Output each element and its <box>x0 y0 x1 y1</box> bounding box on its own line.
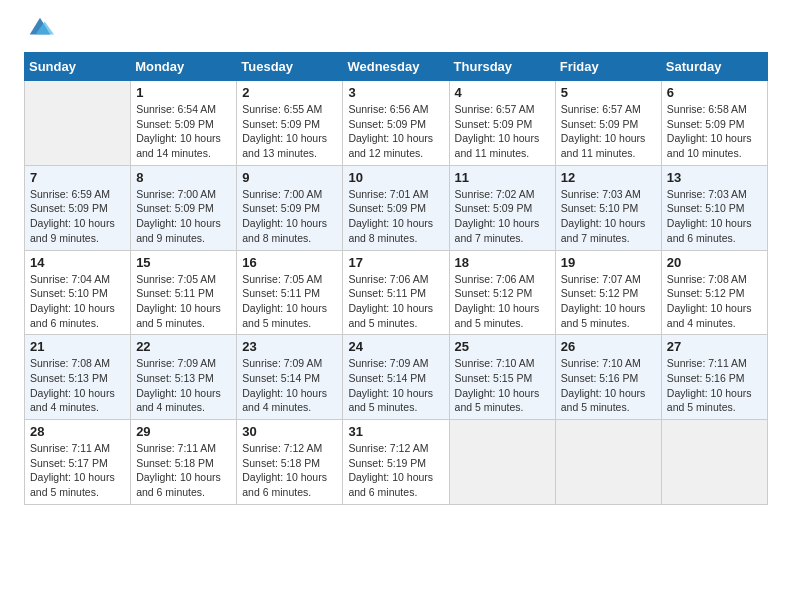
calendar-cell <box>449 420 555 505</box>
calendar-cell: 3Sunrise: 6:56 AM Sunset: 5:09 PM Daylig… <box>343 81 449 166</box>
day-info: Sunrise: 7:08 AM Sunset: 5:12 PM Dayligh… <box>667 272 762 331</box>
day-number: 8 <box>136 170 231 185</box>
day-info: Sunrise: 7:12 AM Sunset: 5:19 PM Dayligh… <box>348 441 443 500</box>
calendar-cell: 26Sunrise: 7:10 AM Sunset: 5:16 PM Dayli… <box>555 335 661 420</box>
calendar-week-row: 14Sunrise: 7:04 AM Sunset: 5:10 PM Dayli… <box>25 250 768 335</box>
day-info: Sunrise: 6:57 AM Sunset: 5:09 PM Dayligh… <box>455 102 550 161</box>
day-info: Sunrise: 6:54 AM Sunset: 5:09 PM Dayligh… <box>136 102 231 161</box>
calendar-cell: 17Sunrise: 7:06 AM Sunset: 5:11 PM Dayli… <box>343 250 449 335</box>
day-number: 7 <box>30 170 125 185</box>
day-info: Sunrise: 7:12 AM Sunset: 5:18 PM Dayligh… <box>242 441 337 500</box>
day-number: 3 <box>348 85 443 100</box>
calendar-cell: 13Sunrise: 7:03 AM Sunset: 5:10 PM Dayli… <box>661 165 767 250</box>
day-info: Sunrise: 7:03 AM Sunset: 5:10 PM Dayligh… <box>667 187 762 246</box>
calendar-cell <box>555 420 661 505</box>
calendar-cell: 5Sunrise: 6:57 AM Sunset: 5:09 PM Daylig… <box>555 81 661 166</box>
day-number: 25 <box>455 339 550 354</box>
calendar-cell: 21Sunrise: 7:08 AM Sunset: 5:13 PM Dayli… <box>25 335 131 420</box>
day-info: Sunrise: 7:05 AM Sunset: 5:11 PM Dayligh… <box>242 272 337 331</box>
calendar-cell: 22Sunrise: 7:09 AM Sunset: 5:13 PM Dayli… <box>131 335 237 420</box>
calendar-cell: 27Sunrise: 7:11 AM Sunset: 5:16 PM Dayli… <box>661 335 767 420</box>
calendar-cell: 2Sunrise: 6:55 AM Sunset: 5:09 PM Daylig… <box>237 81 343 166</box>
day-number: 9 <box>242 170 337 185</box>
day-number: 31 <box>348 424 443 439</box>
day-number: 2 <box>242 85 337 100</box>
day-number: 4 <box>455 85 550 100</box>
calendar-cell: 23Sunrise: 7:09 AM Sunset: 5:14 PM Dayli… <box>237 335 343 420</box>
calendar-cell: 15Sunrise: 7:05 AM Sunset: 5:11 PM Dayli… <box>131 250 237 335</box>
calendar-cell: 29Sunrise: 7:11 AM Sunset: 5:18 PM Dayli… <box>131 420 237 505</box>
calendar-cell <box>25 81 131 166</box>
header-tuesday: Tuesday <box>237 53 343 81</box>
calendar-cell: 14Sunrise: 7:04 AM Sunset: 5:10 PM Dayli… <box>25 250 131 335</box>
day-info: Sunrise: 7:07 AM Sunset: 5:12 PM Dayligh… <box>561 272 656 331</box>
day-number: 13 <box>667 170 762 185</box>
calendar-cell: 31Sunrise: 7:12 AM Sunset: 5:19 PM Dayli… <box>343 420 449 505</box>
calendar-cell: 30Sunrise: 7:12 AM Sunset: 5:18 PM Dayli… <box>237 420 343 505</box>
header-thursday: Thursday <box>449 53 555 81</box>
calendar-cell: 19Sunrise: 7:07 AM Sunset: 5:12 PM Dayli… <box>555 250 661 335</box>
calendar-week-row: 21Sunrise: 7:08 AM Sunset: 5:13 PM Dayli… <box>25 335 768 420</box>
header-saturday: Saturday <box>661 53 767 81</box>
calendar-cell: 16Sunrise: 7:05 AM Sunset: 5:11 PM Dayli… <box>237 250 343 335</box>
day-number: 21 <box>30 339 125 354</box>
day-info: Sunrise: 7:09 AM Sunset: 5:14 PM Dayligh… <box>348 356 443 415</box>
day-number: 17 <box>348 255 443 270</box>
day-number: 14 <box>30 255 125 270</box>
day-info: Sunrise: 6:56 AM Sunset: 5:09 PM Dayligh… <box>348 102 443 161</box>
day-info: Sunrise: 7:11 AM Sunset: 5:16 PM Dayligh… <box>667 356 762 415</box>
day-number: 5 <box>561 85 656 100</box>
day-info: Sunrise: 7:10 AM Sunset: 5:15 PM Dayligh… <box>455 356 550 415</box>
day-info: Sunrise: 6:59 AM Sunset: 5:09 PM Dayligh… <box>30 187 125 246</box>
day-info: Sunrise: 7:00 AM Sunset: 5:09 PM Dayligh… <box>242 187 337 246</box>
header-wednesday: Wednesday <box>343 53 449 81</box>
day-number: 28 <box>30 424 125 439</box>
calendar-cell: 28Sunrise: 7:11 AM Sunset: 5:17 PM Dayli… <box>25 420 131 505</box>
day-info: Sunrise: 7:06 AM Sunset: 5:12 PM Dayligh… <box>455 272 550 331</box>
calendar-cell: 18Sunrise: 7:06 AM Sunset: 5:12 PM Dayli… <box>449 250 555 335</box>
calendar-cell: 6Sunrise: 6:58 AM Sunset: 5:09 PM Daylig… <box>661 81 767 166</box>
day-number: 20 <box>667 255 762 270</box>
calendar-cell: 10Sunrise: 7:01 AM Sunset: 5:09 PM Dayli… <box>343 165 449 250</box>
calendar-week-row: 1Sunrise: 6:54 AM Sunset: 5:09 PM Daylig… <box>25 81 768 166</box>
day-info: Sunrise: 7:08 AM Sunset: 5:13 PM Dayligh… <box>30 356 125 415</box>
day-info: Sunrise: 7:09 AM Sunset: 5:13 PM Dayligh… <box>136 356 231 415</box>
calendar-cell: 11Sunrise: 7:02 AM Sunset: 5:09 PM Dayli… <box>449 165 555 250</box>
calendar-week-row: 7Sunrise: 6:59 AM Sunset: 5:09 PM Daylig… <box>25 165 768 250</box>
calendar-header-row: SundayMondayTuesdayWednesdayThursdayFrid… <box>25 53 768 81</box>
calendar-cell: 9Sunrise: 7:00 AM Sunset: 5:09 PM Daylig… <box>237 165 343 250</box>
day-number: 18 <box>455 255 550 270</box>
calendar-week-row: 28Sunrise: 7:11 AM Sunset: 5:17 PM Dayli… <box>25 420 768 505</box>
day-info: Sunrise: 7:10 AM Sunset: 5:16 PM Dayligh… <box>561 356 656 415</box>
day-info: Sunrise: 7:04 AM Sunset: 5:10 PM Dayligh… <box>30 272 125 331</box>
day-number: 29 <box>136 424 231 439</box>
calendar-table: SundayMondayTuesdayWednesdayThursdayFrid… <box>24 52 768 505</box>
day-info: Sunrise: 7:03 AM Sunset: 5:10 PM Dayligh… <box>561 187 656 246</box>
calendar-cell: 7Sunrise: 6:59 AM Sunset: 5:09 PM Daylig… <box>25 165 131 250</box>
calendar-cell: 8Sunrise: 7:00 AM Sunset: 5:09 PM Daylig… <box>131 165 237 250</box>
day-info: Sunrise: 6:57 AM Sunset: 5:09 PM Dayligh… <box>561 102 656 161</box>
day-number: 30 <box>242 424 337 439</box>
calendar-cell: 25Sunrise: 7:10 AM Sunset: 5:15 PM Dayli… <box>449 335 555 420</box>
calendar-cell: 12Sunrise: 7:03 AM Sunset: 5:10 PM Dayli… <box>555 165 661 250</box>
calendar-cell: 4Sunrise: 6:57 AM Sunset: 5:09 PM Daylig… <box>449 81 555 166</box>
day-info: Sunrise: 7:01 AM Sunset: 5:09 PM Dayligh… <box>348 187 443 246</box>
day-info: Sunrise: 7:11 AM Sunset: 5:17 PM Dayligh… <box>30 441 125 500</box>
day-number: 15 <box>136 255 231 270</box>
day-number: 11 <box>455 170 550 185</box>
day-info: Sunrise: 7:05 AM Sunset: 5:11 PM Dayligh… <box>136 272 231 331</box>
day-info: Sunrise: 7:09 AM Sunset: 5:14 PM Dayligh… <box>242 356 337 415</box>
calendar-cell: 24Sunrise: 7:09 AM Sunset: 5:14 PM Dayli… <box>343 335 449 420</box>
logo <box>24 24 54 42</box>
day-info: Sunrise: 7:00 AM Sunset: 5:09 PM Dayligh… <box>136 187 231 246</box>
day-number: 16 <box>242 255 337 270</box>
day-info: Sunrise: 6:55 AM Sunset: 5:09 PM Dayligh… <box>242 102 337 161</box>
logo-icon <box>26 14 54 42</box>
calendar-cell: 20Sunrise: 7:08 AM Sunset: 5:12 PM Dayli… <box>661 250 767 335</box>
day-info: Sunrise: 7:02 AM Sunset: 5:09 PM Dayligh… <box>455 187 550 246</box>
day-number: 1 <box>136 85 231 100</box>
day-number: 19 <box>561 255 656 270</box>
day-number: 23 <box>242 339 337 354</box>
calendar-cell <box>661 420 767 505</box>
day-number: 10 <box>348 170 443 185</box>
